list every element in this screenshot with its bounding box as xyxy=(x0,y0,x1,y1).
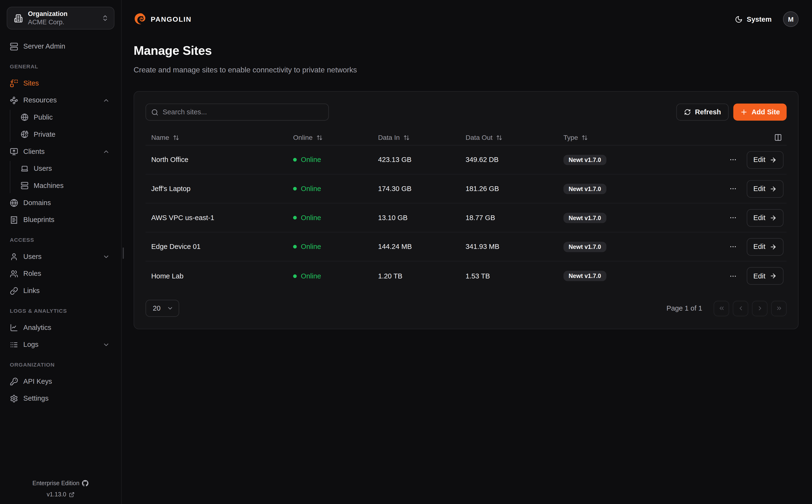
ellipsis-icon xyxy=(729,214,737,222)
theme-toggle[interactable]: System xyxy=(735,15,771,23)
sidebar-item-label: Domains xyxy=(23,199,51,207)
sidebar-footer: Enterprise Edition v1.13.0 xyxy=(0,477,121,500)
organization-selector[interactable]: Organization ACME Corp. xyxy=(7,7,114,30)
row-menu-button[interactable] xyxy=(728,270,738,282)
row-menu-button[interactable] xyxy=(728,182,738,195)
sites-card: Refresh Add Site NameOnlineData InData O… xyxy=(134,91,799,329)
brand-name: PANGOLIN xyxy=(151,15,191,23)
row-menu-button[interactable] xyxy=(728,212,738,224)
edit-button[interactable]: Edit xyxy=(747,238,784,256)
row-actions: Edit xyxy=(728,180,787,197)
page-title: Manage Sites xyxy=(134,44,799,58)
sidebar-item-label: Server Admin xyxy=(23,42,65,50)
moon-icon xyxy=(735,15,743,23)
sidebar-item-settings[interactable]: Settings xyxy=(0,390,121,407)
chevron-down-icon xyxy=(102,253,110,260)
data-in-value: 13.10 GB xyxy=(378,214,466,222)
card-toolbar: Refresh Add Site xyxy=(146,104,787,121)
column-label: Data In xyxy=(378,134,400,141)
table-row-edge-device-01: Edge Device 01Online144.24 MB341.93 MBNe… xyxy=(146,232,787,262)
add-site-button[interactable]: Add Site xyxy=(733,104,787,121)
column-visibility-button[interactable] xyxy=(772,132,784,143)
globe-icon xyxy=(21,113,29,121)
sort-icon xyxy=(403,134,410,141)
data-out-value: 341.93 MB xyxy=(466,243,563,251)
receipt-icon xyxy=(10,216,18,224)
page-info: Page 1 of 1 xyxy=(666,304,702,312)
sidebar-item-links[interactable]: Links xyxy=(0,282,121,299)
sort-icon xyxy=(173,134,179,141)
column-label: Name xyxy=(151,134,169,141)
row-menu-button[interactable] xyxy=(728,241,738,253)
sort-icon xyxy=(582,134,588,141)
refresh-button[interactable]: Refresh xyxy=(676,104,729,121)
sidebar-item-resources-public[interactable]: Public xyxy=(0,109,121,126)
header-actions-cell xyxy=(728,132,787,143)
row-actions: Edit xyxy=(728,238,787,256)
sidebar-item-analytics[interactable]: Analytics xyxy=(0,319,121,336)
avatar[interactable]: M xyxy=(783,11,798,27)
external-link-icon[interactable] xyxy=(69,492,75,497)
table-header: NameOnlineData InData OutType xyxy=(146,130,787,146)
waypoints-icon xyxy=(10,96,18,104)
sidebar-item-domains[interactable]: Domains xyxy=(0,194,121,211)
column-header-name[interactable]: Name xyxy=(151,134,293,141)
edit-button[interactable]: Edit xyxy=(747,209,784,227)
column-header-online[interactable]: Online xyxy=(293,134,378,141)
last-page-button[interactable] xyxy=(771,301,787,316)
online-dot-icon xyxy=(293,274,297,278)
sidebar-item-blueprints[interactable]: Blueprints xyxy=(0,211,121,228)
server-icon xyxy=(10,42,18,50)
server-icon xyxy=(21,182,29,190)
type-badge: Newt v1.7.0 xyxy=(563,184,606,194)
column-header-data-out[interactable]: Data Out xyxy=(466,134,563,141)
sidebar-item-roles[interactable]: Roles xyxy=(0,265,121,282)
sidebar-item-label: Users xyxy=(23,253,42,261)
online-label: Online xyxy=(301,243,321,251)
sidebar-item-logs[interactable]: Logs xyxy=(0,336,121,353)
version-label[interactable]: v1.13.0 xyxy=(47,491,66,498)
previous-page-button[interactable] xyxy=(733,301,748,316)
search-input[interactable] xyxy=(162,108,323,116)
column-header-data-in[interactable]: Data In xyxy=(378,134,466,141)
page-size-select[interactable]: 20 xyxy=(146,300,179,317)
sidebar: Organization ACME Corp. Server Admin GEN… xyxy=(0,0,122,504)
type-cell: Newt v1.7.0 xyxy=(563,155,728,165)
sidebar-item-sites[interactable]: Sites xyxy=(0,75,121,92)
column-header-type[interactable]: Type xyxy=(563,134,728,141)
online-status: Online xyxy=(293,185,378,193)
github-icon[interactable] xyxy=(82,480,89,486)
row-menu-button[interactable] xyxy=(728,154,738,166)
online-dot-icon xyxy=(293,245,297,248)
pagination-buttons xyxy=(714,301,787,316)
data-in-value: 1.20 TB xyxy=(378,272,466,280)
chevrons-right-icon xyxy=(776,305,782,312)
sidebar-item-clients-machines[interactable]: Machines xyxy=(0,177,121,194)
online-label: Online xyxy=(301,185,321,193)
data-out-value: 18.77 GB xyxy=(466,214,563,222)
top-bar: PANGOLIN System M xyxy=(134,11,799,27)
edit-label: Edit xyxy=(753,243,766,251)
edit-button[interactable]: Edit xyxy=(747,151,784,169)
next-page-button[interactable] xyxy=(752,301,767,316)
edit-button[interactable]: Edit xyxy=(747,180,784,197)
sidebar-item-label: Analytics xyxy=(23,323,51,331)
chevron-down-icon xyxy=(167,305,173,312)
online-dot-icon xyxy=(293,158,297,161)
building-icon xyxy=(14,14,23,23)
monitor-up-icon xyxy=(10,147,18,156)
online-status: Online xyxy=(293,214,378,222)
site-name: Edge Device 01 xyxy=(151,243,293,251)
plus-icon xyxy=(740,108,748,116)
sidebar-item-users[interactable]: Users xyxy=(0,248,121,265)
sidebar-item-label: Settings xyxy=(23,394,49,402)
first-page-button[interactable] xyxy=(714,301,729,316)
edit-button[interactable]: Edit xyxy=(747,267,784,285)
sidebar-item-server-admin[interactable]: Server Admin xyxy=(0,38,121,55)
sidebar-item-clients-users[interactable]: Users xyxy=(0,160,121,177)
sidebar-item-clients[interactable]: Clients xyxy=(0,143,121,160)
sidebar-item-resources[interactable]: Resources xyxy=(0,92,121,109)
sidebar-item-resources-private[interactable]: Private xyxy=(0,126,121,143)
sidebar-section-label-logs-analytics: LOGS & ANALYTICS xyxy=(0,307,121,315)
sidebar-item-api-keys[interactable]: API Keys xyxy=(0,373,121,390)
